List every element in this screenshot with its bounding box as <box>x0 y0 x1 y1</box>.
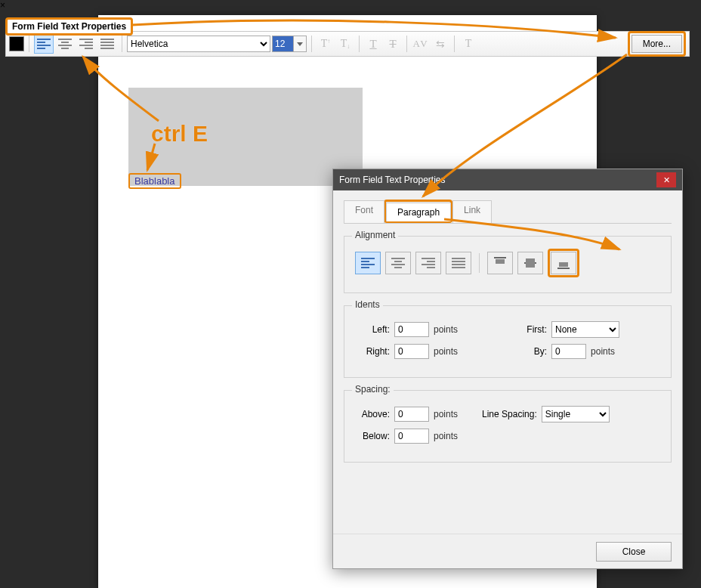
separator <box>359 36 360 52</box>
dialog-close-btn[interactable]: Close <box>596 542 672 562</box>
toolbar-title: Form Field Text Properties <box>5 17 133 36</box>
above-input[interactable] <box>394 407 429 422</box>
valign-bottom-icon <box>557 257 570 269</box>
unit-label: points <box>434 324 458 335</box>
align-justify-icon <box>100 39 114 49</box>
left-label: Left: <box>355 324 390 335</box>
tab-paragraph-highlight: Paragraph <box>384 200 452 223</box>
valign-middle-icon <box>523 257 537 269</box>
font-size-dropdown[interactable] <box>293 36 307 52</box>
left-input[interactable] <box>394 322 429 337</box>
strike-button[interactable]: T <box>384 35 402 53</box>
align-right-button[interactable] <box>76 34 96 54</box>
right-input[interactable] <box>394 344 429 359</box>
superscript-button[interactable]: T↑ <box>317 35 335 53</box>
align-left-icon <box>37 39 51 49</box>
dialog-close-button[interactable]: ✕ <box>656 172 676 187</box>
align-justify-button[interactable] <box>97 34 117 54</box>
form-field-text[interactable]: Blablabla <box>128 173 181 189</box>
align-justify-icon <box>452 258 465 268</box>
more-button[interactable]: More... <box>632 35 682 53</box>
spacing-legend: Spacing: <box>352 384 394 395</box>
dialog-body: Font Paragraph Link Alignment <box>333 190 682 534</box>
chevron-down-icon <box>297 42 303 46</box>
unit-label: points <box>591 346 615 357</box>
linespacing-label: Line Spacing: <box>482 409 537 419</box>
font-family-select[interactable]: Helvetica <box>127 36 270 52</box>
dialog-titlebar[interactable]: Form Field Text Properties ✕ <box>333 169 682 190</box>
indents-legend: Idents <box>352 299 383 310</box>
char-spacing-button[interactable]: AV <box>412 35 430 53</box>
text-color-swatch[interactable] <box>9 36 24 51</box>
by-label: By: <box>512 346 547 357</box>
dialog-footer: Close <box>333 534 682 568</box>
align-right-icon <box>422 258 435 268</box>
dlg-align-right[interactable] <box>415 252 441 274</box>
tab-link[interactable]: Link <box>452 200 492 224</box>
first-label: First: <box>512 324 547 335</box>
toolbar-close-icon[interactable]: × <box>0 0 701 11</box>
font-size-input[interactable] <box>272 36 293 52</box>
annotation-ctrl-e: ctrl E <box>151 121 208 147</box>
align-center-icon <box>58 39 72 49</box>
dlg-valign-top[interactable] <box>487 252 513 274</box>
separator <box>454 36 455 52</box>
align-center-button[interactable] <box>55 34 75 54</box>
first-select[interactable]: None <box>551 321 619 338</box>
linespacing-select[interactable]: Single <box>542 406 610 422</box>
dlg-valign-bottom[interactable] <box>551 252 576 274</box>
dialog-tabs: Font Paragraph Link <box>344 200 672 224</box>
by-input[interactable] <box>551 344 586 359</box>
align-center-icon <box>391 258 405 268</box>
spacing-group: Spacing: Above: points Line Spacing: Sin… <box>344 390 672 463</box>
separator <box>29 36 29 52</box>
dlg-valign-middle[interactable] <box>517 252 543 274</box>
alignment-legend: Alignment <box>352 230 398 240</box>
underline-button[interactable]: T <box>364 35 382 53</box>
unit-label: points <box>434 431 458 441</box>
dlg-align-left[interactable] <box>355 252 381 274</box>
valign-top-icon <box>493 257 507 269</box>
clear-format-button[interactable]: T <box>459 35 477 53</box>
text-properties-dialog: Form Field Text Properties ✕ Font Paragr… <box>332 169 683 569</box>
tab-font[interactable]: Font <box>344 200 384 224</box>
right-label: Right: <box>355 346 390 357</box>
separator <box>406 36 407 52</box>
separator <box>122 36 122 52</box>
unit-label: points <box>434 409 458 419</box>
align-left-icon <box>361 258 375 268</box>
alignment-group: Alignment <box>344 236 672 293</box>
unit-label: points <box>434 346 458 357</box>
dlg-align-center[interactable] <box>385 252 411 274</box>
align-right-icon <box>79 39 93 49</box>
separator <box>479 253 480 273</box>
valign-bottom-highlight <box>548 249 579 277</box>
tab-paragraph[interactable]: Paragraph <box>386 203 451 221</box>
below-input[interactable] <box>394 429 429 444</box>
indents-group: Idents Left: points First: None Right: p… <box>344 305 672 378</box>
align-left-button[interactable] <box>34 34 54 54</box>
above-label: Above: <box>355 409 390 419</box>
dialog-title: Form Field Text Properties <box>339 175 446 185</box>
horiz-scale-button[interactable]: ⇆ <box>431 35 449 53</box>
subscript-button[interactable]: T↓ <box>336 35 354 53</box>
font-size-field[interactable] <box>272 36 307 52</box>
separator <box>311 36 312 52</box>
dlg-align-justify[interactable] <box>446 252 471 274</box>
below-label: Below: <box>355 431 390 441</box>
more-button-highlight: More... <box>628 31 686 57</box>
